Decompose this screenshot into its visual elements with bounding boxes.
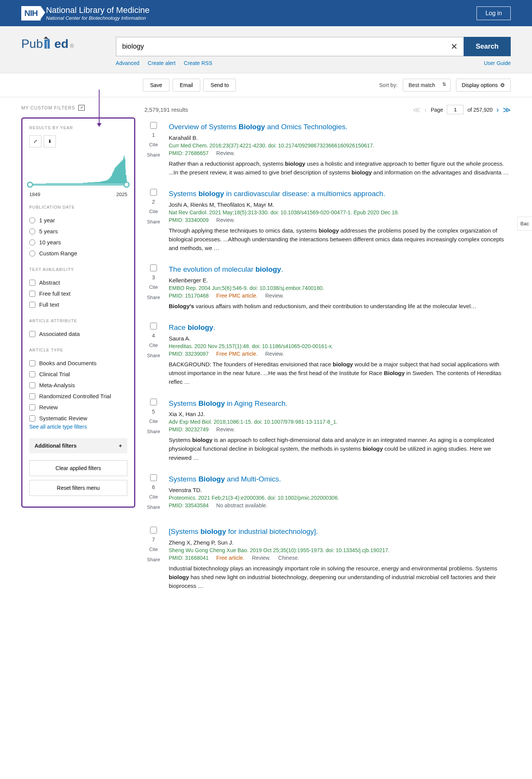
last-page-icon[interactable]: ≫ [503,105,511,114]
additional-filters-toggle[interactable]: Additional filters + [29,438,127,453]
cite-link[interactable]: Cite [144,209,163,214]
page-input[interactable] [447,105,464,114]
result-citation: Sheng Wu Gong Cheng Xue Bao. 2019 Oct 25… [169,547,511,553]
result-checkbox[interactable] [150,264,157,271]
filter-option[interactable]: 1 year [29,215,127,226]
cite-link[interactable]: Cite [144,494,163,500]
download-chart-icon[interactable]: ⬇ [44,135,56,147]
checkbox-input[interactable] [29,382,35,388]
create-alert-link[interactable]: Create alert [148,60,176,66]
pubmed-logo[interactable]: Pubed® [21,37,74,51]
cite-link[interactable]: Cite [144,284,163,290]
filter-option[interactable]: Systematic Review [29,413,127,424]
email-button[interactable]: Email [173,79,200,92]
checkbox-input[interactable] [29,331,35,337]
filter-option-label: 10 years [39,239,61,245]
advanced-link[interactable]: Advanced [116,60,139,66]
result-checkbox[interactable] [150,122,157,129]
user-guide-link[interactable]: User Guide [484,60,511,66]
share-link[interactable]: Share [144,557,163,562]
back-tab[interactable]: Bac [517,217,532,231]
checkbox-input[interactable] [29,291,35,297]
login-button[interactable]: Log in [477,6,511,20]
result-number: 4 [144,332,163,339]
filter-option[interactable]: Full text [29,299,127,310]
search-input[interactable] [116,37,445,56]
checkbox-input[interactable] [29,404,35,410]
result-checkbox[interactable] [150,399,157,405]
result-item: 6CiteShareSystems Biology and Multi-Omic… [144,474,511,515]
filter-option[interactable]: Associated data [29,328,127,339]
reset-filters-button[interactable]: Reset filters menu [29,480,127,496]
filter-option[interactable]: Review [29,402,127,413]
result-checkbox[interactable] [150,323,157,329]
filter-option[interactable]: Clinical Trial [29,369,127,380]
filter-option[interactable]: 10 years [29,237,127,248]
my-custom-filters[interactable]: MY CUSTOM FILTERS ↗ [21,105,135,111]
year-slider-start[interactable] [27,182,33,188]
cite-link[interactable]: Cite [144,546,163,552]
filter-option-label: Custom Range [39,250,77,256]
radio-input[interactable] [29,217,35,223]
cite-link[interactable]: Cite [144,418,163,424]
filter-option[interactable]: Books and Documents [29,358,127,369]
expand-chart-icon[interactable]: ⤢ [29,135,41,147]
cite-link[interactable]: Cite [144,342,163,348]
share-link[interactable]: Share [144,294,163,300]
share-link[interactable]: Share [144,353,163,358]
year-histogram[interactable] [29,151,127,189]
checkbox-input[interactable] [29,302,35,308]
search-button[interactable]: Search [464,37,511,56]
radio-input[interactable] [29,239,35,245]
clear-filters-button[interactable]: Clear applied filters [29,460,127,476]
sort-select[interactable]: Best match [403,79,451,92]
create-rss-link[interactable]: Create RSS [184,60,212,66]
result-title[interactable]: Race biology. [169,323,511,333]
result-title[interactable]: Overview of Systems Biology and Omics Te… [169,122,511,132]
results-content: 2,579,191 results ≪ ‹ Page of 257,920 › … [144,97,511,602]
clear-search-icon[interactable]: ✕ [445,37,464,56]
cite-link[interactable]: Cite [144,142,163,147]
share-link[interactable]: Share [144,429,163,434]
filter-option[interactable]: Free full text [29,288,127,299]
result-title[interactable]: [Systems biology for industrial biotechn… [169,527,511,537]
filter-option-label: Full text [39,301,59,308]
result-title[interactable]: The evolution of molecular biology. [169,264,511,275]
checkbox-input[interactable] [29,415,35,421]
filter-option[interactable]: Meta-Analysis [29,380,127,391]
result-title[interactable]: Systems Biology and Multi-Omics. [169,474,511,484]
send-to-button[interactable]: Send to [203,79,236,92]
year-slider-track[interactable] [29,184,127,185]
checkbox-input[interactable] [29,393,35,399]
share-link[interactable]: Share [144,219,163,225]
display-options-button[interactable]: Display options⚙ [456,79,511,92]
see-all-types-link[interactable]: See all article type filters [29,424,127,430]
filter-option[interactable]: Abstract [29,277,127,288]
filter-option[interactable]: 5 years [29,226,127,237]
year-slider-end[interactable] [124,182,130,188]
results-toolbar: Save Email Send to Sort by: Best match D… [0,73,532,97]
prev-page-icon[interactable]: ‹ [424,105,427,114]
nih-brand[interactable]: NIH National Library of Medicine Nationa… [21,5,150,21]
share-link[interactable]: Share [144,504,163,510]
filter-option[interactable]: Custom Range [29,248,127,259]
result-title[interactable]: Systems biology in cardiovascular diseas… [169,189,511,199]
result-item: 7CiteShare[Systems biology for industria… [144,527,511,590]
next-page-icon[interactable]: › [496,105,499,114]
save-button[interactable]: Save [143,79,169,92]
checkbox-input[interactable] [29,280,35,286]
radio-input[interactable] [29,250,35,256]
share-link[interactable]: Share [144,152,163,158]
radio-input[interactable] [29,228,35,234]
result-checkbox[interactable] [150,527,157,534]
result-meta: PMID: 33340009Review. [169,217,511,223]
checkbox-input[interactable] [29,360,35,366]
filter-option-label: Review [39,404,58,410]
filter-option[interactable]: Randomized Controlled Trial [29,391,127,402]
first-page-icon[interactable]: ≪ [413,105,421,114]
result-checkbox[interactable] [150,474,157,481]
result-title[interactable]: Systems Biology in Aging Research. [169,399,511,409]
result-checkbox[interactable] [150,189,157,196]
result-meta: PMID: 30232749Review. [169,426,511,432]
checkbox-input[interactable] [29,371,35,377]
